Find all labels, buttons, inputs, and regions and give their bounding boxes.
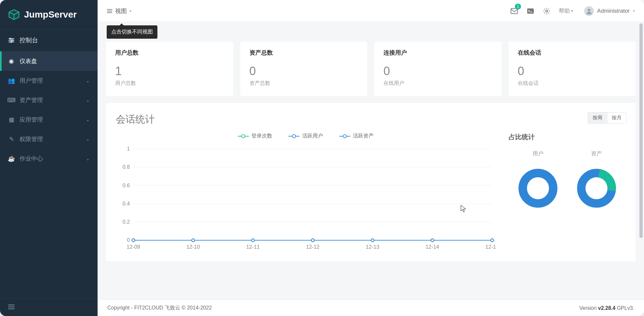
chevron-down-icon: ▾ xyxy=(633,9,635,13)
svg-text:12-09: 12-09 xyxy=(127,244,140,250)
stat-sub: 在线用户 xyxy=(383,80,492,87)
sidebar-item-3[interactable]: ▦ 应用管理 ⌄ xyxy=(0,110,98,129)
stat-title: 连接用户 xyxy=(383,49,492,57)
chevron-down-icon: ⌄ xyxy=(86,78,90,83)
svg-text:12-15: 12-15 xyxy=(485,244,496,250)
stat-sub: 用户总数 xyxy=(115,80,224,87)
user-menu[interactable]: Administrator ▾ xyxy=(584,6,635,16)
view-switcher-tooltip: 点击切换不同视图 xyxy=(107,25,157,39)
scrollbar[interactable] xyxy=(639,23,643,298)
svg-rect-16 xyxy=(527,8,534,14)
view-switcher-label: 视图 xyxy=(115,7,127,15)
nav-icon: ▦ xyxy=(8,116,15,123)
sidebar-item-label: 仪表盘 xyxy=(20,57,37,65)
help-label: 帮助 xyxy=(559,7,570,15)
ratio-asset-label: 资产 xyxy=(591,150,602,157)
legend-label: 登录次数 xyxy=(251,133,272,139)
svg-point-60 xyxy=(192,239,195,242)
svg-text:0.6: 0.6 xyxy=(123,182,130,188)
mail-badge: 1 xyxy=(515,4,521,9)
nav-icon: ⌨ xyxy=(8,97,15,104)
svg-point-64 xyxy=(431,239,434,242)
help-menu[interactable]: 帮助 ▾ xyxy=(556,7,576,15)
svg-point-62 xyxy=(311,239,314,242)
stat-title: 在线会话 xyxy=(518,49,627,57)
svg-point-63 xyxy=(371,239,374,242)
chevron-down-icon: ▾ xyxy=(571,9,573,13)
svg-point-21 xyxy=(242,135,245,138)
svg-point-8 xyxy=(10,41,12,43)
svg-point-18 xyxy=(546,10,548,12)
stat-card-3: 在线会话 0 在线会话 xyxy=(509,42,636,96)
chart-legend: 登录次数 活跃用户 活跃资产 xyxy=(116,133,496,139)
footer-version: Version v2.28.4 GPLv3. xyxy=(579,305,634,311)
sidebar-item-0[interactable]: ◉ 仪表盘 xyxy=(0,51,98,71)
sidebar-item-label: 资产管理 xyxy=(20,96,43,104)
ratio-user-label: 用户 xyxy=(532,150,543,157)
nav-icon: ☕ xyxy=(8,155,15,162)
stat-sub: 在线会话 xyxy=(518,80,627,87)
nav-section-label: 控制台 xyxy=(20,36,38,45)
sidebar-item-label: 作业中心 xyxy=(20,155,43,163)
legend-item[interactable]: 活跃资产 xyxy=(339,133,374,139)
sidebar-item-label: 应用管理 xyxy=(20,116,43,124)
ratio-panel: 占比统计 用户 资产 xyxy=(509,133,626,252)
view-switcher[interactable]: 视图 ▾ 点击切换不同视图 xyxy=(107,7,131,15)
sidebar-item-2[interactable]: ⌨ 资产管理 ⌄ xyxy=(0,90,98,110)
sidebar-item-5[interactable]: ☕ 作业中心 ⌄ xyxy=(0,149,98,168)
svg-text:1: 1 xyxy=(127,146,130,151)
range-week-button[interactable]: 按周 xyxy=(588,112,607,123)
nav-icon: ✎ xyxy=(8,136,15,143)
legend-marker-icon xyxy=(288,134,300,138)
session-chart: 00.20.40.60.8112-0912-1012-1112-1212-131… xyxy=(116,145,496,252)
settings-button[interactable] xyxy=(540,4,554,18)
terminal-icon xyxy=(527,8,534,14)
svg-text:12-10: 12-10 xyxy=(186,244,200,250)
svg-point-59 xyxy=(132,239,135,242)
svg-text:0: 0 xyxy=(127,237,130,243)
chevron-down-icon: ⌄ xyxy=(86,98,90,103)
donut-user xyxy=(517,167,559,210)
brand-text: JumpServer xyxy=(24,9,77,20)
footer-copyright: Copyright - FIT2CLOUD 飞致云 © 2014-2022 xyxy=(107,305,212,311)
footer: Copyright - FIT2CLOUD 飞致云 © 2014-2022 Ve… xyxy=(98,300,644,316)
scrollbar-thumb[interactable] xyxy=(639,23,643,238)
sidebar-item-label: 权限管理 xyxy=(20,135,43,143)
ratio-title: 占比统计 xyxy=(509,133,626,141)
chevron-down-icon: ⌄ xyxy=(86,156,90,161)
stat-value: 0 xyxy=(518,64,627,78)
sidebar-item-1[interactable]: 👥 用户管理 ⌄ xyxy=(0,71,98,90)
nav-section-header: 控制台 xyxy=(0,29,98,51)
svg-point-25 xyxy=(343,135,346,138)
donut-asset xyxy=(575,167,618,210)
nav-icon: 👥 xyxy=(8,77,15,84)
legend-marker-icon xyxy=(339,134,350,138)
svg-point-7 xyxy=(12,40,13,41)
user-name: Administrator xyxy=(597,8,630,14)
mail-button[interactable]: 1 xyxy=(507,4,521,18)
stat-value: 0 xyxy=(383,64,492,78)
session-panel: 会话统计 按周 按月 登录次数 活跃用户 活跃资产 00.20.40.60.81… xyxy=(106,103,636,261)
svg-text:0.8: 0.8 xyxy=(123,164,130,170)
sidebar-item-4[interactable]: ✎ 权限管理 ⌄ xyxy=(0,129,98,149)
svg-point-23 xyxy=(292,135,296,138)
sliders-icon xyxy=(8,37,15,44)
svg-point-19 xyxy=(588,9,590,11)
brand-logo[interactable]: JumpServer xyxy=(0,0,98,29)
collapse-icon xyxy=(8,304,15,310)
terminal-button[interactable] xyxy=(524,4,537,18)
stat-card-1: 资产总数 0 资产总数 xyxy=(240,42,368,96)
stat-value: 0 xyxy=(249,64,358,78)
sidebar-collapse[interactable] xyxy=(0,298,98,316)
chevron-down-icon: ⌄ xyxy=(86,117,90,122)
sidebar-item-label: 用户管理 xyxy=(20,77,43,85)
legend-label: 活跃用户 xyxy=(302,133,323,139)
nav-icon: ◉ xyxy=(8,58,15,65)
svg-point-65 xyxy=(491,239,494,242)
svg-text:12-14: 12-14 xyxy=(426,244,439,250)
legend-item[interactable]: 活跃用户 xyxy=(288,133,323,139)
legend-item[interactable]: 登录次数 xyxy=(238,133,272,139)
stat-sub: 资产总数 xyxy=(249,80,358,87)
svg-text:0.4: 0.4 xyxy=(123,201,130,206)
range-month-button[interactable]: 按月 xyxy=(607,112,626,123)
